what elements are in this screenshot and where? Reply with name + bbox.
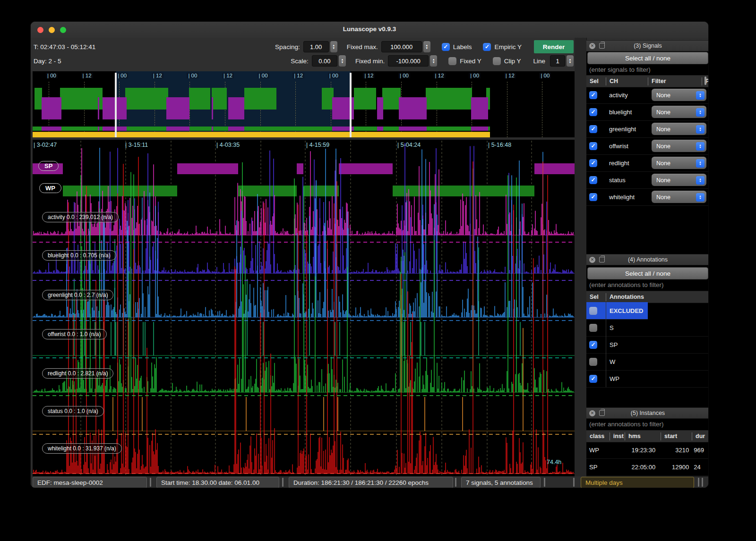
wp-annotation-band <box>238 186 297 196</box>
signal-checkbox-activity[interactable]: ✓ <box>589 91 597 99</box>
annotations-column-header: Annotations <box>606 293 648 301</box>
view-mode-box: Multiple days <box>581 477 694 488</box>
instance-row[interactable]: WP19:23:303210969 <box>586 441 709 459</box>
signal-row[interactable]: ✓bluelightNone▲▼ <box>586 103 709 121</box>
clip-y-checkbox[interactable]: ✓ <box>493 57 501 65</box>
signal-filter-dropdown-redlight[interactable]: None▲▼ <box>652 157 706 169</box>
line-input[interactable]: 1 <box>550 55 565 67</box>
signal-filter-dropdown-whitelight[interactable]: None▲▼ <box>652 191 706 203</box>
empiric-y-checkbox[interactable]: ✓ <box>483 43 491 51</box>
annotation-row[interactable]: ✓EXCLUDED <box>586 302 648 320</box>
signals-select-all-button[interactable]: Select all / none <box>587 52 708 64</box>
signal-range-label-activity: activity 0.0 : 239.012 (n/a) <box>42 212 119 222</box>
close-panel-icon[interactable]: ✕ <box>589 43 595 49</box>
signals-filter-input[interactable]: (enter signals to filter) <box>587 65 709 74</box>
labels-checkbox[interactable]: ✓ <box>442 43 450 51</box>
sp-annotation-band <box>339 163 393 174</box>
annotations-column-header: Sel <box>586 293 606 301</box>
panel-splitter[interactable] <box>575 38 587 488</box>
signals-scrollbar[interactable] <box>704 76 706 85</box>
undock-panel-icon[interactable] <box>599 43 605 49</box>
dropdown-chevrons-icon[interactable]: ▲▼ <box>696 142 704 151</box>
dropdown-value: None <box>656 160 670 167</box>
signal-filter-dropdown-bluelight[interactable]: None▲▼ <box>652 106 706 118</box>
overview-timeline[interactable]: | 00| 12| 00| 12| 00| 12| 00| 12| 00| 12… <box>33 71 575 137</box>
annotations-select-all-button[interactable]: Select all / none <box>587 267 708 279</box>
signal-row[interactable]: ✓statusNone▲▼ <box>586 171 709 189</box>
signal-checkbox-whitelight[interactable]: ✓ <box>589 193 597 201</box>
annotation-checkbox-WP[interactable]: ✓ <box>589 375 597 383</box>
signal-row[interactable]: ✓offwristNone▲▼ <box>586 137 709 155</box>
close-panel-icon[interactable]: ✕ <box>589 257 595 263</box>
signal-filter-dropdown-status[interactable]: None▲▼ <box>652 174 706 186</box>
timeline-tick-label: | 00 <box>258 73 269 78</box>
dropdown-chevrons-icon[interactable]: ▲▼ <box>696 176 704 185</box>
dropdown-chevrons-icon[interactable]: ▲▼ <box>696 159 704 168</box>
time-range-label: T: 02:47:03 - 05:12:41 <box>34 40 95 54</box>
instances-column-header: dur <box>692 432 709 440</box>
signal-checkbox-status[interactable]: ✓ <box>589 176 597 184</box>
annotation-row[interactable]: ✓SP <box>586 336 709 354</box>
dropdown-value: None <box>656 92 670 99</box>
signal-checkbox-offwrist[interactable]: ✓ <box>589 142 597 150</box>
dropdown-chevrons-icon[interactable]: ▲▼ <box>696 125 704 134</box>
annotation-checkbox-S[interactable]: ✓ <box>589 324 597 332</box>
scale-input[interactable]: 0.00 <box>312 55 337 67</box>
signal-filter-dropdown-activity[interactable]: None▲▼ <box>652 89 706 101</box>
annotation-row[interactable]: ✓W <box>586 353 709 371</box>
instances-column-header: hms <box>625 432 661 440</box>
timeline-sleep-block <box>103 97 116 119</box>
signal-chart[interactable]: | 3-02:47| 3-15:11| 4-03:35| 4-15:59| 5-… <box>33 140 575 476</box>
render-button[interactable]: Render <box>534 40 574 53</box>
signal-row[interactable]: ✓whitelightNone▲▼ <box>586 188 709 206</box>
fixed-max-stepper[interactable]: ▲▼ <box>423 41 430 52</box>
annotations-filter-input[interactable]: (enter annotations to filter) <box>587 280 709 289</box>
annotation-checkbox-EXCLUDED[interactable]: ✓ <box>589 307 597 315</box>
annotation-checkbox-SP[interactable]: ✓ <box>589 341 597 349</box>
undock-panel-icon[interactable] <box>599 410 605 416</box>
spacing-stepper[interactable]: ▲▼ <box>330 41 337 52</box>
annotation-row[interactable]: ✓WP <box>586 370 709 388</box>
signal-checkbox-bluelight[interactable]: ✓ <box>589 108 597 116</box>
timeline-strip-sleep <box>399 127 427 131</box>
annotations-panel-header: ✕ (4) Annotations <box>586 254 709 265</box>
fixed-max-label: Fixed max. <box>347 43 378 51</box>
timeline-strip-sleep <box>42 127 61 131</box>
dropdown-chevrons-icon[interactable]: ▲▼ <box>696 108 704 117</box>
fixed-min-stepper[interactable]: ▲▼ <box>430 55 437 67</box>
signal-row[interactable]: ✓activityNone▲▼ <box>586 86 709 104</box>
spacing-input[interactable]: 1.00 <box>303 41 329 52</box>
signal-filter-dropdown-greenlight[interactable]: None▲▼ <box>652 123 706 135</box>
annotation-row[interactable]: ✓S <box>586 319 709 337</box>
timeline-strip-sleep <box>377 127 383 131</box>
timeline-tick-label: | 12 <box>81 73 93 78</box>
instances-column-header: class <box>586 432 610 440</box>
chart-date-label: | 5-16:48 <box>488 142 511 148</box>
instance-class: WP <box>586 441 610 458</box>
instance-row[interactable]: SP22:05:001290024 <box>586 458 709 476</box>
signal-filter-dropdown-offwrist[interactable]: None▲▼ <box>652 140 706 152</box>
dropdown-chevrons-icon[interactable]: ▲▼ <box>696 193 704 202</box>
timeline-cursor-start[interactable] <box>115 73 117 137</box>
undock-panel-icon[interactable] <box>599 257 605 262</box>
scale-stepper[interactable]: ▲▼ <box>339 55 346 67</box>
fixed-max-input[interactable]: 100.000 <box>381 41 422 52</box>
app-window: Lunascope v0.9.3 T: 02:47:03 - 05:12:41 … <box>30 21 709 488</box>
chevron-down-icon: ▼ <box>699 129 701 132</box>
signal-checkbox-redlight[interactable]: ✓ <box>589 159 597 167</box>
dropdown-chevrons-icon[interactable]: ▲▼ <box>696 91 704 100</box>
instances-filter-input[interactable]: (enter annotations to filter) <box>587 419 709 429</box>
signal-row[interactable]: ✓redlightNone▲▼ <box>586 154 709 172</box>
timeline-sleep-block <box>399 97 427 119</box>
empiric-y-checkbox-label: Empiric Y <box>494 43 522 51</box>
annotation-checkbox-W[interactable]: ✓ <box>589 358 597 366</box>
dropdown-value: None <box>656 126 670 133</box>
timeline-cursor-end[interactable] <box>350 73 352 137</box>
signal-row[interactable]: ✓greenlightNone▲▼ <box>586 120 709 138</box>
line-stepper[interactable]: ▲▼ <box>567 55 574 67</box>
close-panel-icon[interactable]: ✕ <box>589 410 595 416</box>
fixed-y-checkbox[interactable]: ✓ <box>448 57 456 65</box>
fixed-min-input[interactable]: -100.000 <box>388 55 429 67</box>
status-separator <box>150 478 151 487</box>
signal-checkbox-greenlight[interactable]: ✓ <box>589 125 597 133</box>
